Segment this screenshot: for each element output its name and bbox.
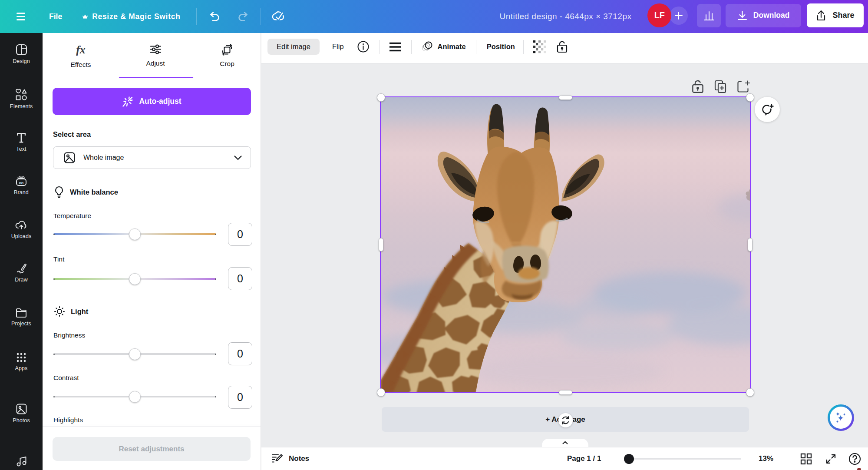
svg-text:co: co [19,181,24,185]
